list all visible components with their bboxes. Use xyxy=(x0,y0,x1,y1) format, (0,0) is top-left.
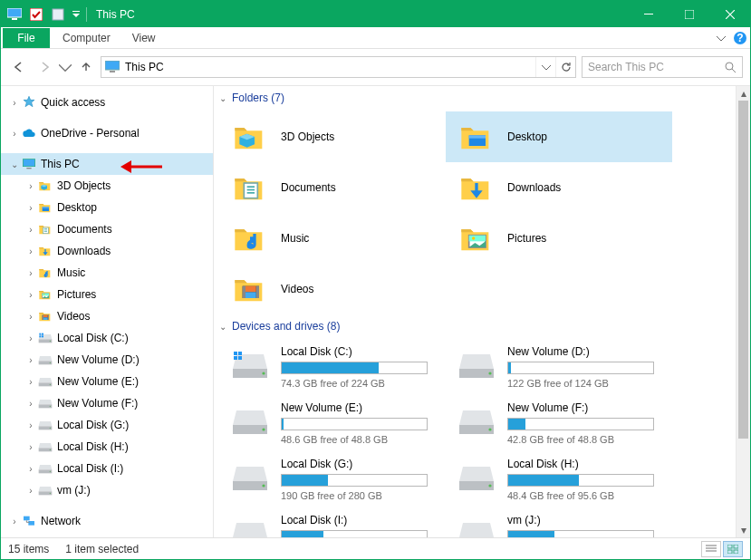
chevron-right-icon[interactable]: › xyxy=(24,181,37,191)
chevron-right-icon[interactable]: › xyxy=(24,420,37,430)
tree-item-label: Quick access xyxy=(41,96,105,109)
svg-rect-74 xyxy=(233,425,267,434)
folder-item[interactable]: Videos xyxy=(219,264,446,314)
drive-item[interactable]: New Volume (D:) 122 GB free of 124 GB xyxy=(446,340,672,396)
drives-group-header[interactable]: ⌄Devices and drives (8) xyxy=(219,314,736,340)
title-bar: This PC xyxy=(1,1,750,27)
help-icon[interactable]: ? xyxy=(730,27,750,48)
scrollbar-track[interactable] xyxy=(737,101,750,523)
up-button[interactable] xyxy=(75,56,97,78)
tree-item[interactable]: ›Music xyxy=(1,262,213,284)
folder-label: Desktop xyxy=(496,130,547,143)
drive-item[interactable]: New Volume (F:) 42.8 GB free of 48.8 GB xyxy=(446,396,672,452)
folder-item[interactable]: 3D Objects xyxy=(219,111,446,162)
view-tab[interactable]: View xyxy=(121,27,167,48)
tiles-view-button[interactable] xyxy=(723,541,743,557)
ribbon-expand-icon[interactable] xyxy=(712,27,730,48)
folder-item[interactable]: Pictures xyxy=(446,213,672,264)
close-button[interactable] xyxy=(709,1,750,27)
forward-button[interactable] xyxy=(34,56,55,78)
drive-c-icon xyxy=(37,330,53,346)
chevron-down-icon[interactable]: ⌄ xyxy=(219,93,226,103)
svg-point-67 xyxy=(262,372,265,374)
chevron-right-icon[interactable]: › xyxy=(24,486,37,496)
chevron-right-icon[interactable]: › xyxy=(8,129,21,139)
drive-item[interactable]: New Volume (E:) 48.6 GB free of 48.8 GB xyxy=(219,396,446,452)
minimize-button[interactable] xyxy=(628,1,669,27)
chevron-right-icon[interactable]: › xyxy=(24,290,37,300)
tree-item[interactable]: ⌄This PC xyxy=(1,153,213,175)
folders-group-header[interactable]: ⌄Folders (7) xyxy=(219,86,736,111)
chevron-down-icon[interactable]: ⌄ xyxy=(8,159,21,169)
properties-icon[interactable] xyxy=(26,5,46,24)
drive-name: New Volume (D:) xyxy=(507,345,654,358)
chevron-right-icon[interactable]: › xyxy=(24,225,37,235)
chevron-right-icon[interactable]: › xyxy=(24,377,37,387)
back-button[interactable] xyxy=(8,56,30,78)
svg-rect-17 xyxy=(44,228,47,229)
refresh-button[interactable] xyxy=(555,57,575,77)
tree-item[interactable]: ›Pictures xyxy=(1,284,213,305)
tree-item[interactable]: ›Documents xyxy=(1,218,213,240)
scrollbar-thumb[interactable] xyxy=(738,101,748,439)
this-pc-icon[interactable] xyxy=(5,5,24,24)
tree-item[interactable]: ›Local Disk (H:) xyxy=(1,436,213,458)
address-dropdown-icon[interactable] xyxy=(535,57,555,77)
recent-locations-button[interactable] xyxy=(59,56,72,78)
svg-point-36 xyxy=(50,362,51,363)
tree-item[interactable]: ›Local Disk (C:) xyxy=(1,327,213,349)
folder-item[interactable]: Downloads xyxy=(446,162,672,213)
tree-item[interactable]: ›Local Disk (I:) xyxy=(1,458,213,479)
chevron-down-icon[interactable]: ⌄ xyxy=(219,322,226,332)
tree-item[interactable]: ›OneDrive - Personal xyxy=(1,122,213,144)
tree-item[interactable]: ›Local Disk (G:) xyxy=(1,414,213,436)
chevron-right-icon[interactable]: › xyxy=(8,98,21,108)
chevron-right-icon[interactable]: › xyxy=(24,203,37,213)
chevron-right-icon[interactable]: › xyxy=(24,333,37,343)
chevron-right-icon[interactable]: › xyxy=(24,399,37,409)
tree-item[interactable]: ›vm (J:) xyxy=(1,479,213,501)
chevron-right-icon[interactable]: › xyxy=(24,246,37,256)
chevron-right-icon[interactable]: › xyxy=(24,355,37,365)
tree-item[interactable]: ›Desktop xyxy=(1,197,213,218)
tree-item[interactable]: ›New Volume (D:) xyxy=(1,349,213,371)
new-folder-icon[interactable] xyxy=(48,5,68,24)
chevron-right-icon[interactable]: › xyxy=(24,464,37,474)
address-bar[interactable]: This PC xyxy=(101,56,576,78)
computer-tab[interactable]: Computer xyxy=(52,27,121,48)
chevron-right-icon[interactable]: › xyxy=(8,517,21,526)
details-view-button[interactable] xyxy=(701,541,721,557)
chevron-right-icon[interactable]: › xyxy=(24,312,37,322)
tree-item[interactable]: ›New Volume (E:) xyxy=(1,371,213,392)
file-tab[interactable]: File xyxy=(3,28,50,48)
search-box[interactable]: Search This PC xyxy=(582,56,743,78)
navigation-tree[interactable]: ›Quick access›OneDrive - Personal⌄This P… xyxy=(1,86,214,537)
titlebar-divider xyxy=(86,7,87,22)
drive-item[interactable]: Local Disk (I:) 102 GB free of 143 GB xyxy=(219,508,446,537)
chevron-right-icon[interactable]: › xyxy=(24,442,37,452)
drive-item[interactable]: Local Disk (C:) 74.3 GB free of 224 GB xyxy=(219,340,446,396)
folder-item[interactable]: Documents xyxy=(219,162,446,213)
tree-item[interactable]: ›Downloads xyxy=(1,240,213,262)
tree-item[interactable]: ›New Volume (F:) xyxy=(1,392,213,414)
tree-item[interactable]: ›Quick access xyxy=(1,92,213,113)
svg-rect-88 xyxy=(727,550,732,554)
drive-item[interactable]: Local Disk (H:) 48.4 GB free of 95.6 GB xyxy=(446,452,672,508)
scroll-up-icon[interactable]: ▴ xyxy=(737,86,750,101)
tree-item[interactable]: ›Network xyxy=(1,510,213,532)
vertical-scrollbar[interactable]: ▴ ▾ xyxy=(736,86,750,537)
tree-item[interactable]: ›3D Objects xyxy=(1,175,213,197)
svg-rect-4 xyxy=(72,11,80,12)
drive-item[interactable]: Local Disk (G:) 190 GB free of 280 GB xyxy=(219,452,446,508)
qat-dropdown-icon[interactable] xyxy=(70,5,82,24)
maximize-button[interactable] xyxy=(669,1,709,27)
tree-item[interactable]: ›Videos xyxy=(1,305,213,327)
svg-rect-1 xyxy=(12,18,17,20)
scroll-down-icon[interactable]: ▾ xyxy=(737,523,750,537)
folder-item[interactable]: Music xyxy=(219,213,446,264)
folder-item[interactable]: Desktop xyxy=(446,111,672,162)
drive-icon xyxy=(37,439,53,455)
drive-name: Local Disk (C:) xyxy=(281,345,428,358)
drive-item[interactable]: vm (J:) 281 GB free of 411 GB xyxy=(446,508,672,537)
chevron-right-icon[interactable]: › xyxy=(24,268,37,278)
